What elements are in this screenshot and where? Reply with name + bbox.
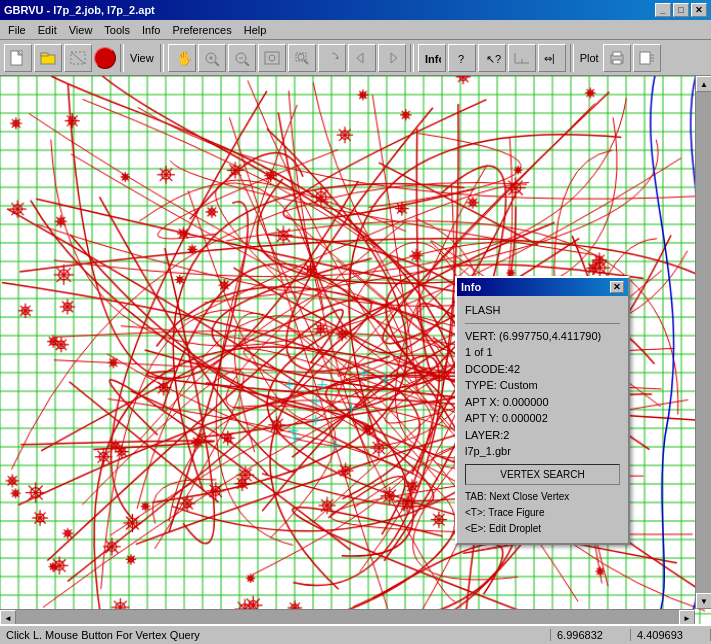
- scroll-right-button[interactable]: ►: [679, 610, 695, 625]
- svg-line-18: [304, 60, 308, 64]
- next-button[interactable]: [378, 44, 406, 72]
- toolbar: View ✋ Info ? ↖? ⇔| Plot: [0, 40, 711, 76]
- tab-line: TAB: Next Close Vertex: [465, 489, 620, 505]
- close-button[interactable]: ✕: [691, 3, 707, 17]
- scrollbar-vertical[interactable]: ▲ ▼: [695, 76, 711, 609]
- svg-point-15: [269, 55, 275, 61]
- info-dialog-title-bar[interactable]: Info ✕: [457, 278, 628, 296]
- export-button[interactable]: [633, 44, 661, 72]
- menu-info[interactable]: Info: [136, 22, 166, 38]
- svg-text:✋: ✋: [176, 50, 191, 66]
- cursor-btn[interactable]: ↖?: [478, 44, 506, 72]
- scroll-left-button[interactable]: ◄: [0, 610, 16, 625]
- scroll-track-vertical: [696, 92, 711, 593]
- svg-text:⇔|: ⇔|: [544, 53, 555, 64]
- menu-help[interactable]: Help: [238, 22, 273, 38]
- apt-x-label: APT X: 0.000000: [465, 394, 620, 411]
- zoom-in-button[interactable]: [198, 44, 226, 72]
- svg-marker-21: [391, 53, 397, 63]
- stop-button[interactable]: [94, 47, 116, 69]
- file-label: l7p_1.gbr: [465, 443, 620, 460]
- menu-bar: File Edit View Tools Info Preferences He…: [0, 20, 711, 40]
- t-line: <T>: Trace Figure: [465, 505, 620, 521]
- select-button[interactable]: [64, 44, 92, 72]
- toolbar-separator-4: [570, 44, 574, 72]
- rotate-button[interactable]: [318, 44, 346, 72]
- menu-tools[interactable]: Tools: [98, 22, 136, 38]
- zoom-area-button[interactable]: [288, 44, 316, 72]
- view-label: View: [128, 52, 156, 64]
- apt-y-label: APT Y: 0.000002: [465, 410, 620, 427]
- svg-rect-14: [265, 52, 279, 64]
- count-label: 1 of 1: [465, 344, 620, 361]
- status-message: Click L. Mouse Button For Vertex Query: [0, 629, 551, 641]
- zoom-fit-button[interactable]: [258, 44, 286, 72]
- minimize-button[interactable]: _: [655, 3, 671, 17]
- zoom-out-button[interactable]: [228, 44, 256, 72]
- plot-label: Plot: [578, 52, 601, 64]
- info-close-button[interactable]: ✕: [610, 281, 624, 293]
- new-button[interactable]: [4, 44, 32, 72]
- scroll-down-button[interactable]: ▼: [696, 593, 711, 609]
- svg-point-17: [298, 54, 304, 60]
- prev-button[interactable]: [348, 44, 376, 72]
- coord-x: 6.996832: [551, 629, 631, 641]
- e-line: <E>: Edit Droplet: [465, 521, 620, 537]
- menu-preferences[interactable]: Preferences: [166, 22, 237, 38]
- maximize-button[interactable]: □: [673, 3, 689, 17]
- layer-label: LAYER:2: [465, 427, 620, 444]
- toolbar-separator-1: [120, 44, 124, 72]
- info-q-btn[interactable]: ?: [448, 44, 476, 72]
- dcode-label: DCODE:42: [465, 361, 620, 378]
- svg-text:Info: Info: [425, 53, 441, 65]
- toolbar-separator-2: [160, 44, 164, 72]
- type-label: TYPE: Custom: [465, 377, 620, 394]
- scroll-track-horizontal: [16, 610, 679, 625]
- svg-line-12: [245, 62, 249, 66]
- title-bar: GBRVU - l7p_2.job, l7p_2.apt _ □ ✕: [0, 0, 711, 20]
- svg-text:?: ?: [458, 53, 464, 65]
- menu-edit[interactable]: Edit: [32, 22, 63, 38]
- scrollbar-horizontal[interactable]: ◄ ►: [0, 609, 695, 625]
- svg-marker-20: [357, 53, 363, 63]
- info-dialog-content: FLASH VERT: (6.997750,4.411790) 1 of 1 D…: [457, 296, 628, 543]
- menu-file[interactable]: File: [2, 22, 32, 38]
- svg-line-8: [215, 62, 219, 66]
- info-dialog: Info ✕ FLASH VERT: (6.997750,4.411790) 1…: [455, 276, 630, 545]
- svg-line-5: [71, 52, 85, 64]
- scroll-up-button[interactable]: ▲: [696, 76, 711, 92]
- print-button[interactable]: [603, 44, 631, 72]
- info-separator-1: [465, 323, 620, 324]
- vert-label: VERT: (6.997750,4.411790): [465, 328, 620, 345]
- svg-rect-32: [640, 52, 650, 64]
- svg-rect-3: [41, 53, 48, 56]
- svg-rect-30: [613, 52, 621, 56]
- info-btn[interactable]: Info: [418, 44, 446, 72]
- window-title: GBRVU - l7p_2.job, l7p_2.apt: [4, 4, 155, 16]
- open-button[interactable]: [34, 44, 62, 72]
- pan-button[interactable]: ✋: [168, 44, 196, 72]
- title-controls: _ □ ✕: [655, 3, 707, 17]
- coord-y: 4.409693: [631, 629, 711, 641]
- svg-text:↖?: ↖?: [486, 53, 501, 65]
- info-dialog-title: Info: [461, 281, 481, 293]
- status-bar: Click L. Mouse Button For Vertex Query 6…: [0, 624, 711, 644]
- vertex-search-label: VERTEX SEARCH: [465, 464, 620, 485]
- toolbar-separator-3: [410, 44, 414, 72]
- svg-rect-31: [613, 60, 621, 64]
- menu-view[interactable]: View: [63, 22, 99, 38]
- nav-btn[interactable]: ⇔|: [538, 44, 566, 72]
- measure-btn[interactable]: [508, 44, 536, 72]
- flash-label: FLASH: [465, 302, 620, 319]
- main-canvas-area[interactable]: ▲ ▼ ◄ ► Info ✕ FLASH VERT: (6.997750,4.4…: [0, 76, 711, 625]
